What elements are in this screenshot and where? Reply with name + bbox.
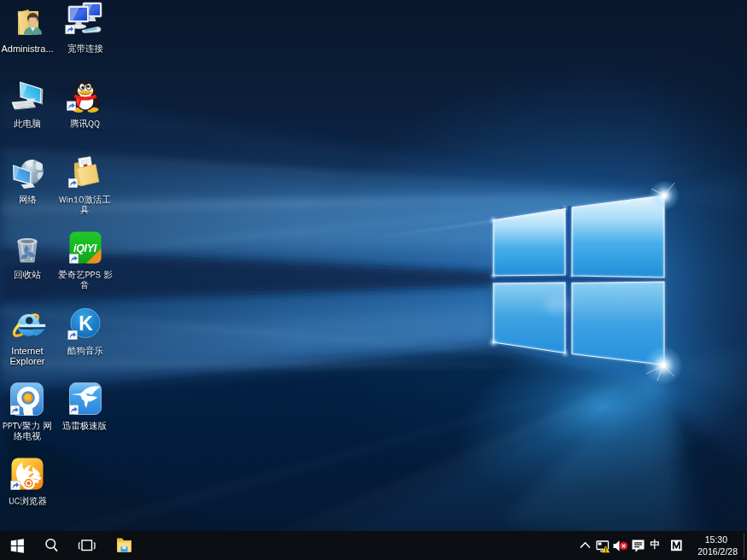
svg-text:iQIYI: iQIYI [73,242,97,254]
svg-text:K: K [79,312,93,335]
